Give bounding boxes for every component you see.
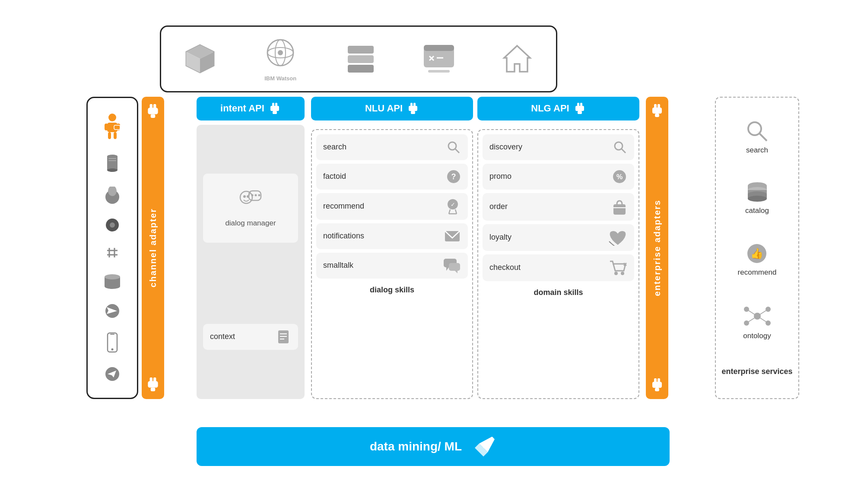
svg-marker-17	[504, 46, 530, 72]
hashtag-icon	[105, 245, 120, 260]
nlg-search-icon	[613, 140, 627, 155]
home-icon-item	[500, 41, 534, 76]
svg-point-33	[110, 222, 115, 228]
svg-line-129	[757, 316, 768, 323]
nlu-plug-icon	[407, 102, 419, 114]
service-recommend-label: recommend	[738, 268, 777, 277]
nlu-api-header: NLU API	[311, 97, 473, 120]
svg-rect-9	[348, 55, 374, 63]
svg-line-128	[746, 316, 757, 323]
svg-point-40	[105, 274, 120, 279]
intent-api-column: intent API	[197, 97, 305, 399]
doc-icon	[276, 329, 291, 345]
svg-text:✓: ✓	[451, 201, 455, 208]
nlu-smalltalk-label: smalltalk	[323, 261, 353, 270]
nlg-checkout-label: checkout	[489, 263, 521, 272]
dialog-manager-label: dialog manager	[225, 219, 276, 228]
channel-adapter-column: channel adapter	[86, 97, 164, 399]
nlu-skills-box: search factoid ?	[311, 129, 473, 399]
ibm-watson-label: IBM Watson	[264, 75, 296, 82]
svg-point-62	[251, 194, 254, 197]
enterprise-plug-bottom-icon	[650, 377, 664, 392]
nlg-promo-label: promo	[489, 172, 511, 181]
nlg-cart-icon	[608, 260, 627, 276]
nlu-recommend-label: recommend	[323, 202, 364, 211]
svg-point-7	[278, 50, 283, 55]
nlg-column: NLG API discovery	[477, 97, 639, 399]
plug-top-icon	[145, 103, 161, 119]
svg-line-75	[455, 149, 459, 153]
channel-adapter-bar: channel adapter	[142, 97, 164, 399]
nlu-question-icon: ?	[446, 169, 461, 184]
svg-rect-89	[580, 103, 582, 106]
service-ontology-icon	[742, 303, 772, 329]
nlg-discovery-card: discovery	[483, 134, 634, 160]
service-catalog: catalog	[745, 181, 769, 215]
dot-icon	[105, 218, 120, 232]
svg-point-98	[614, 272, 618, 275]
svg-rect-23	[114, 132, 117, 139]
svg-rect-96	[613, 204, 626, 215]
echo-icon	[104, 273, 121, 290]
dialog-manager-card: dialog manager	[203, 174, 298, 243]
svg-point-110	[748, 122, 761, 135]
svg-point-64	[258, 194, 260, 197]
svg-rect-20	[105, 124, 108, 130]
stack-icon	[343, 41, 378, 76]
nlg-order-label: order	[489, 202, 508, 211]
nlu-smalltalk-card: smalltalk	[316, 253, 468, 279]
nlg-loyalty-card: loyalty	[483, 224, 634, 251]
svg-rect-12	[424, 45, 454, 51]
svg-point-59	[243, 195, 246, 198]
svg-rect-70	[410, 103, 413, 106]
service-recommend-icon: 👍	[745, 241, 769, 266]
nlu-mail-icon	[444, 229, 461, 243]
svg-rect-91	[578, 111, 582, 114]
svg-rect-48	[148, 108, 158, 114]
dialog-skills-footer: dialog skills	[316, 285, 468, 296]
svg-rect-10	[348, 65, 374, 73]
nlu-search-label: search	[323, 143, 346, 152]
svg-rect-24	[114, 125, 120, 130]
svg-point-99	[621, 272, 624, 275]
svg-rect-105	[655, 114, 659, 117]
nlg-order-card: order	[483, 193, 634, 221]
nlg-loyalty-label: loyalty	[489, 233, 511, 242]
enterprise-adapter-label: enterprise adapters	[652, 200, 662, 296]
svg-rect-28	[108, 158, 116, 159]
svg-rect-88	[577, 103, 579, 106]
svg-rect-56	[270, 106, 279, 111]
nlg-loyalty-icon	[608, 229, 627, 246]
svg-marker-87	[455, 271, 457, 273]
phone-icon	[106, 332, 118, 353]
service-search-label: search	[746, 146, 768, 155]
svg-rect-55	[275, 103, 277, 106]
nlu-search-card: search	[316, 134, 468, 160]
home-icon	[500, 41, 534, 76]
svg-marker-85	[446, 267, 449, 271]
svg-rect-49	[151, 114, 156, 117]
alexa-icon	[104, 153, 121, 174]
svg-point-44	[111, 349, 114, 351]
svg-rect-53	[151, 388, 156, 391]
service-catalog-icon	[745, 181, 769, 204]
svg-rect-22	[108, 132, 111, 139]
service-recommend: 👍 recommend	[738, 241, 777, 277]
messenger-icon	[104, 303, 121, 319]
svg-point-63	[255, 194, 257, 197]
svg-rect-109	[655, 388, 659, 391]
diagram-wrapper: IBM Watson	[43, 25, 821, 479]
svg-rect-29	[108, 160, 116, 161]
nlg-percent-icon: %	[612, 169, 627, 184]
nlu-notifications-card: notifications	[316, 223, 468, 249]
code-icon	[422, 41, 456, 76]
svg-point-118	[748, 196, 767, 202]
nlg-discovery-label: discovery	[489, 143, 522, 152]
service-catalog-label: catalog	[745, 206, 769, 215]
svg-rect-16	[428, 70, 450, 73]
svg-rect-108	[652, 382, 662, 388]
middle-section: NLU API search	[311, 97, 639, 399]
service-search: search	[745, 119, 769, 155]
nlg-api-header: NLG API	[477, 97, 639, 120]
nlg-plug-icon	[574, 102, 586, 114]
